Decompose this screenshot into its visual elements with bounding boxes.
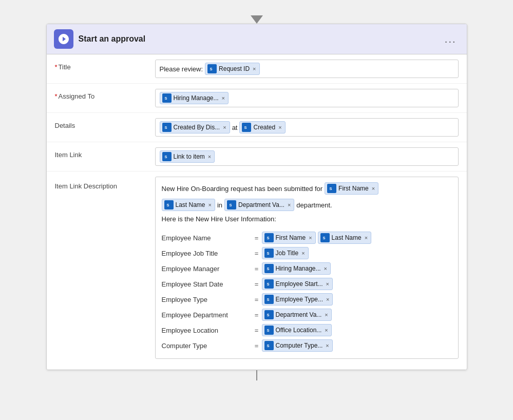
employee-department-label: Employee Department bbox=[162, 311, 252, 319]
employee-type-label-val: Employee Type... bbox=[276, 296, 324, 303]
sp-token-icon: S bbox=[264, 233, 274, 242]
created-by-dis-token[interactable]: S Created By Dis... × bbox=[160, 121, 230, 133]
info-row-department: Employee Department = S Department Va...… bbox=[162, 307, 452, 322]
employee-manager-label: Employee Manager bbox=[162, 265, 252, 273]
sp-token-icon: S bbox=[227, 200, 236, 209]
employee-start-label: Employee Start... bbox=[276, 280, 323, 288]
eq-5: = bbox=[252, 296, 262, 303]
last-name-close-1[interactable]: × bbox=[208, 202, 212, 208]
details-row: Details S Created By Dis... × at S bbox=[47, 113, 467, 142]
item-link-label: Item Link bbox=[55, 147, 155, 160]
title-plain-text: Please review: bbox=[160, 65, 203, 73]
location-value: S Office Location... × bbox=[262, 324, 332, 336]
svg-text:S: S bbox=[267, 266, 269, 271]
dept-va-token[interactable]: S Department Va... × bbox=[224, 199, 294, 211]
office-location-close[interactable]: × bbox=[325, 327, 328, 333]
eq-8: = bbox=[252, 342, 262, 350]
assigned-to-row: *Assigned To S Hiring Manage... × bbox=[47, 84, 467, 113]
svg-text:S: S bbox=[330, 186, 332, 191]
hiring-manager-label: Hiring Manage... bbox=[174, 94, 219, 102]
eq-6: = bbox=[252, 311, 262, 319]
computer-type-token[interactable]: S Computer Type... × bbox=[262, 339, 333, 352]
hiring-manager-close[interactable]: × bbox=[222, 95, 225, 101]
desc-line-1: New Hire On-Boarding request has been su… bbox=[162, 182, 379, 195]
last-name-label-2: Last Name bbox=[332, 234, 362, 241]
last-name-token-1[interactable]: S Last Name × bbox=[162, 199, 215, 211]
hiring-manager-token[interactable]: S Hiring Manage... × bbox=[160, 92, 229, 104]
sp-token-icon: S bbox=[242, 123, 251, 132]
first-name-label-1: First Name bbox=[338, 185, 369, 192]
department-va-close-2[interactable]: × bbox=[325, 312, 328, 318]
sp-token-icon: S bbox=[327, 184, 336, 193]
info-row-manager: Employee Manager = S Hiring Manage... × bbox=[162, 261, 452, 276]
department-value: S Department Va... × bbox=[262, 309, 332, 321]
request-id-label: Request ID bbox=[219, 65, 250, 72]
created-label: Created bbox=[253, 124, 275, 131]
item-link-desc-field-value[interactable]: New Hire On-Boarding request has been su… bbox=[155, 177, 459, 359]
svg-text:S: S bbox=[244, 125, 247, 130]
computer-type-close[interactable]: × bbox=[326, 342, 329, 349]
job-title-token[interactable]: S Job Title × bbox=[262, 247, 309, 259]
office-location-label: Office Location... bbox=[276, 327, 322, 334]
office-location-token[interactable]: S Office Location... × bbox=[262, 324, 332, 336]
request-id-close[interactable]: × bbox=[253, 66, 256, 72]
info-row-computer-type: Computer Type = S Computer Type... × bbox=[162, 338, 452, 353]
sp-token-icon: S bbox=[162, 152, 172, 161]
department-va-token-2[interactable]: S Department Va... × bbox=[262, 309, 332, 321]
info-table: Employee Name = S First Name × S bbox=[162, 230, 452, 353]
computer-type-value: S Computer Type... × bbox=[262, 339, 333, 352]
title-field-value[interactable]: Please review: S Request ID × bbox=[155, 60, 459, 78]
employee-start-close[interactable]: × bbox=[326, 281, 329, 287]
sp-token-icon: S bbox=[264, 279, 274, 289]
employee-type-label: Employee Type bbox=[162, 296, 252, 303]
sp-token-icon: S bbox=[264, 326, 274, 335]
first-name-token-1[interactable]: S First Name × bbox=[325, 182, 378, 195]
desc-line-3: Here is the New Hire User Information: bbox=[162, 215, 276, 223]
employee-job-title-label: Employee Job Title bbox=[162, 250, 252, 257]
first-name-close-1[interactable]: × bbox=[372, 185, 375, 192]
created-token[interactable]: S Created × bbox=[239, 121, 285, 133]
svg-text:S: S bbox=[210, 67, 213, 71]
employee-type-close[interactable]: × bbox=[326, 296, 329, 302]
job-title-close[interactable]: × bbox=[301, 250, 305, 256]
sp-token-icon: S bbox=[320, 233, 330, 242]
start-date-value: S Employee Start... × bbox=[262, 278, 333, 290]
info-row-location: Employee Location = S Office Location...… bbox=[162, 322, 452, 338]
manager-value: S Hiring Manage... × bbox=[262, 262, 331, 275]
hiring-manager-token-2[interactable]: S Hiring Manage... × bbox=[262, 262, 331, 275]
eq-1: = bbox=[252, 234, 262, 242]
sp-token-icon: S bbox=[264, 264, 274, 273]
hiring-manager-close-2[interactable]: × bbox=[324, 265, 327, 272]
link-to-item-close[interactable]: × bbox=[208, 154, 211, 160]
first-name-close-2[interactable]: × bbox=[309, 235, 312, 241]
employee-start-token[interactable]: S Employee Start... × bbox=[262, 278, 333, 290]
sp-token-icon: S bbox=[264, 341, 274, 350]
svg-text:S: S bbox=[267, 251, 269, 256]
employee-name-value: S First Name × S Last Name × bbox=[262, 232, 372, 244]
created-by-dis-close[interactable]: × bbox=[223, 124, 226, 130]
employee-type-token[interactable]: S Employee Type... × bbox=[262, 293, 333, 306]
link-to-item-token[interactable]: S Link to item × bbox=[160, 150, 215, 163]
computer-type-label: Computer Type bbox=[162, 342, 252, 350]
details-field-value[interactable]: S Created By Dis... × at S Created × bbox=[155, 118, 459, 137]
assigned-to-field-value[interactable]: S Hiring Manage... × bbox=[155, 89, 459, 107]
dept-va-close[interactable]: × bbox=[288, 202, 291, 208]
item-link-field-value[interactable]: S Link to item × bbox=[155, 147, 459, 166]
svg-text:S: S bbox=[267, 297, 269, 302]
more-options-button[interactable]: ... bbox=[442, 33, 460, 45]
request-id-token[interactable]: S Request ID × bbox=[205, 63, 259, 75]
first-name-token-2[interactable]: S First Name × bbox=[262, 232, 316, 244]
at-text: at bbox=[232, 124, 238, 131]
sp-token-icon: S bbox=[207, 64, 217, 73]
created-close[interactable]: × bbox=[278, 124, 281, 130]
department-va-label-2: Department Va... bbox=[276, 311, 322, 318]
title-label: *Title bbox=[55, 60, 155, 72]
department-text: department. bbox=[296, 201, 332, 209]
last-name-close-2[interactable]: × bbox=[365, 235, 368, 241]
svg-text:S: S bbox=[166, 203, 169, 207]
last-name-token-2[interactable]: S Last Name × bbox=[318, 232, 371, 244]
connector-arrow-bottom bbox=[256, 370, 257, 380]
job-title-label: Job Title bbox=[276, 250, 299, 257]
assigned-to-label: *Assigned To bbox=[55, 89, 155, 101]
page-wrapper: Start an approval ... *Title Please revi… bbox=[10, 10, 503, 420]
